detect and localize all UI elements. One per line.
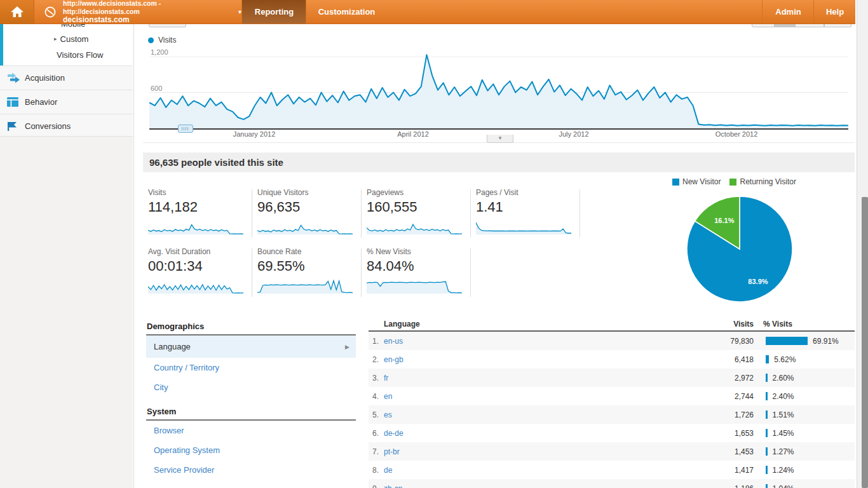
metric-value: 84.04% [367, 258, 470, 274]
metric-value: 96,635 [257, 199, 361, 215]
metric-card--new-visits[interactable]: % New Visits84.04% [367, 247, 470, 297]
visits-value: 2,972 [735, 374, 754, 383]
explorer-item-service-provider[interactable]: Service Provider [146, 460, 356, 480]
metric-card-avg-visit-duration[interactable]: Avg. Visit Duration00:01:34 [148, 247, 252, 297]
language-link[interactable]: de [384, 466, 392, 475]
pie-slice-label: 16.1% [713, 217, 736, 224]
section-label: Conversions [25, 121, 71, 131]
explorer-group-title: Demographics [146, 318, 356, 336]
tab-customization[interactable]: Customization [306, 0, 387, 24]
language-link[interactable]: es [384, 410, 392, 419]
metric-card-unique-visitors[interactable]: Unique Visitors96,635 [257, 188, 361, 238]
metric-divider [470, 189, 471, 238]
language-table: Language Visits % Visits 1.en-us79,83069… [369, 318, 855, 332]
returning-visitor-swatch-icon [729, 179, 736, 186]
table-row: 4.en2,7442.40% [369, 387, 855, 406]
sidebar-item-custom[interactable]: ▸ Custom [0, 30, 187, 47]
pct-visits-label: 2.60% [773, 374, 794, 383]
pct-visits-label: 5.62% [774, 355, 796, 364]
language-link[interactable]: zh-cn [384, 484, 402, 488]
column-header-visits[interactable]: Visits [733, 320, 754, 329]
top-navigation-bar: http://www.decisionstats.com - http://de… [0, 0, 855, 24]
metric-sparkline [148, 278, 252, 297]
row-rank: 9. [372, 484, 379, 488]
home-button[interactable] [0, 0, 34, 24]
tab-label: Reporting [255, 7, 294, 17]
table-row: 1.en-us79,83069.91% [369, 332, 855, 351]
pct-visits-label: 1.27% [773, 447, 794, 456]
column-header-language[interactable]: Language [384, 320, 420, 329]
metric-value: 160,555 [367, 199, 470, 215]
visits-timeline-chart[interactable] [149, 51, 848, 134]
explorer-item-country-territory[interactable]: Country / Territory [146, 358, 356, 377]
metric-label: Visits [148, 188, 252, 197]
sidebar-footer-area [0, 136, 133, 488]
scrollbar-thumb[interactable] [862, 197, 868, 488]
visitor-type-pie-chart[interactable]: 83.9%16.1% [685, 194, 794, 306]
help-link[interactable]: Help [813, 0, 856, 24]
visits-value: 1,453 [735, 447, 754, 456]
collapse-chart-button[interactable]: ▾ [487, 135, 513, 143]
explorer-item-browser[interactable]: Browser [146, 421, 356, 440]
metric-divider [580, 189, 580, 238]
table-row: 3.fr2,9722.60% [369, 369, 855, 388]
metric-sparkline [148, 219, 252, 238]
sidebar-section-acquisition[interactable]: Acquisition [0, 65, 133, 90]
tab-reporting[interactable]: Reporting [241, 0, 306, 24]
metric-divider [252, 248, 252, 297]
metric-card-pageviews[interactable]: Pageviews160,555 [367, 188, 470, 238]
metric-sparkline [367, 219, 470, 238]
language-link[interactable]: en-us [384, 337, 403, 346]
home-icon [10, 6, 24, 18]
language-link[interactable]: fr [384, 374, 388, 383]
metric-card-pages-visit[interactable]: Pages / Visit1.41 [476, 188, 580, 238]
pct-visits-bar [766, 355, 769, 363]
x-axis-label: January 2012 [219, 130, 289, 138]
account-selector[interactable]: http://www.decisionstats.com - http://de… [34, 0, 241, 24]
language-link[interactable]: en-gb [384, 355, 403, 364]
sidebar-section-conversions[interactable]: Conversions [0, 114, 133, 138]
sidebar-sections: AcquisitionBehaviorConversions [0, 65, 133, 138]
sidebar-section-behavior[interactable]: Behavior [0, 90, 133, 114]
metric-label: Unique Visitors [257, 188, 361, 197]
table-row: 2.en-gb6,4185.62% [369, 350, 855, 369]
language-link[interactable]: pt-br [384, 447, 400, 456]
visits-value: 1,653 [735, 429, 754, 438]
explorer-item-language[interactable]: Language▶ [146, 336, 356, 358]
language-link[interactable]: de-de [384, 429, 403, 438]
metric-label: Pageviews [367, 188, 470, 197]
row-rank: 6. [372, 429, 379, 438]
visits-value: 79,830 [730, 337, 754, 346]
tab-label: Customization [318, 7, 376, 17]
pct-visits-bar [766, 466, 768, 474]
table-row: 6.de-de1,6531.45% [369, 424, 855, 443]
metric-label: % New Visits [367, 247, 470, 256]
section-label: Acquisition [25, 73, 65, 83]
explorer-item-operating-system[interactable]: Operating System [146, 440, 356, 460]
analytics-screen: Mobile ▸ Custom Visitors Flow Acquisitio… [0, 0, 868, 488]
acquisition-icon [7, 72, 22, 83]
pct-visits-label: 1.04% [773, 484, 794, 488]
table-row: 9.zh-cn1,1861.04% [369, 479, 855, 488]
metric-card-bounce-rate[interactable]: Bounce Rate69.55% [257, 247, 361, 297]
legend-label: New Visitor [682, 177, 721, 186]
row-rank: 2. [372, 355, 379, 364]
sidebar-item-label: Visitors Flow [57, 50, 103, 60]
metric-sparkline [476, 219, 580, 238]
language-link[interactable]: en [384, 392, 392, 401]
timeline-slider-handle[interactable] [178, 125, 193, 133]
metric-label: Pages / Visit [476, 188, 580, 197]
metric-card-visits[interactable]: Visits114,182 [148, 188, 252, 238]
metric-divider [470, 248, 471, 297]
row-rank: 4. [372, 392, 379, 401]
explorer-item-city[interactable]: City [146, 377, 356, 397]
pct-visits-bar [766, 484, 768, 488]
chevron-right-icon: ▸ [54, 36, 57, 42]
row-rank: 1. [372, 337, 379, 346]
chevron-right-icon: ▶ [345, 344, 349, 350]
column-header-pct-visits[interactable]: % Visits [763, 320, 792, 329]
table-header: Language Visits % Visits [369, 318, 855, 332]
admin-link[interactable]: Admin [762, 0, 814, 24]
visits-value: 1,417 [735, 466, 754, 475]
sidebar-item-visitors-flow[interactable]: Visitors Flow [0, 46, 189, 63]
